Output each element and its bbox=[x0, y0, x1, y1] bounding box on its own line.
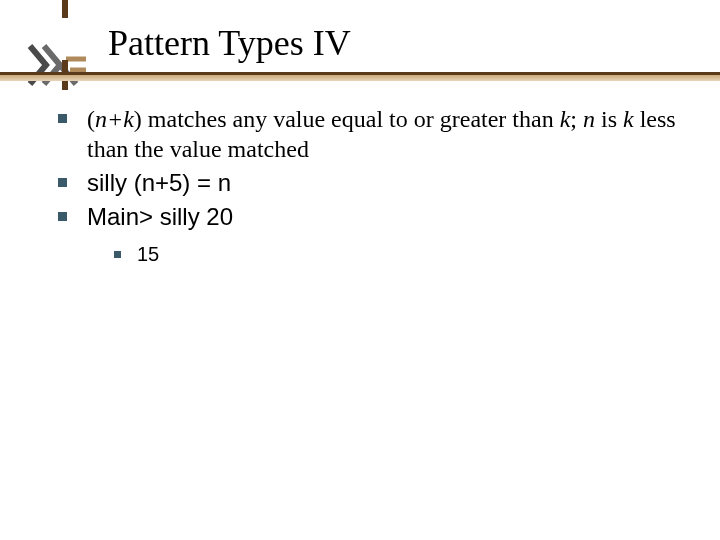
bullet-square-icon bbox=[58, 178, 67, 187]
list-item: 15 bbox=[114, 242, 700, 267]
slide-body: (n+k) matches any value equal to or grea… bbox=[58, 104, 700, 271]
text-mid2: is bbox=[595, 106, 623, 132]
bullet-square-icon bbox=[58, 114, 67, 123]
list-item: (n+k) matches any value equal to or grea… bbox=[58, 104, 700, 164]
slide-title: Pattern Types IV bbox=[108, 22, 351, 64]
text-mid1: matches any value equal to or greater th… bbox=[142, 106, 560, 132]
title-underline-light bbox=[0, 75, 720, 81]
semicolon: ; bbox=[570, 106, 583, 132]
slide: Pattern Types IV (n+k) matches any value… bbox=[0, 0, 720, 540]
sub-bullet-text: 15 bbox=[137, 242, 159, 267]
bullet-square-small-icon bbox=[114, 251, 121, 258]
bullet-square-icon bbox=[58, 212, 67, 221]
bullet-text-2: silly (n+5) = n bbox=[87, 168, 231, 198]
top-tick-decoration bbox=[62, 0, 68, 18]
bullet-text-3: Main> silly 20 bbox=[87, 202, 233, 232]
bullet-text-1: (n+k) matches any value equal to or grea… bbox=[87, 104, 700, 164]
paren-close: ) bbox=[134, 106, 142, 132]
var-k2: k bbox=[560, 106, 571, 132]
paren-open: ( bbox=[87, 106, 95, 132]
var-k: k bbox=[123, 106, 134, 132]
var-k3: k bbox=[623, 106, 634, 132]
slide-header: Pattern Types IV bbox=[0, 0, 720, 88]
list-item: silly (n+5) = n bbox=[58, 168, 700, 198]
plus: + bbox=[107, 106, 123, 132]
var-n2: n bbox=[583, 106, 595, 132]
list-item: Main> silly 20 bbox=[58, 202, 700, 232]
var-n: n bbox=[95, 106, 107, 132]
